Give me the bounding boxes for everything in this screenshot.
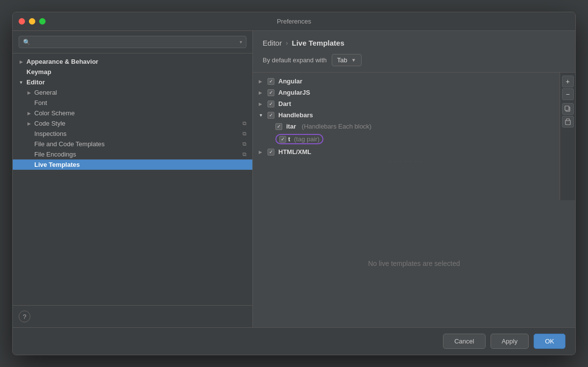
copy-icon: ⧉	[243, 151, 246, 157]
main-content: 🔍 ▾ ▶ Appearance & Behavior Keymap ▼	[13, 31, 575, 327]
search-input[interactable]	[33, 38, 237, 46]
checkbox-itar[interactable]	[275, 123, 282, 130]
sidebar-bottom: ?	[13, 305, 252, 327]
copy-icon: ⧉	[243, 120, 246, 127]
arrow-icon: ▶	[259, 79, 264, 84]
arrow-icon: ▶	[19, 59, 24, 64]
checkbox-angularjs[interactable]	[268, 89, 274, 96]
search-bar: 🔍 ▾	[13, 31, 252, 53]
right-panel: Editor › Live Templates By default expan…	[253, 31, 575, 327]
checkbox-handlebars[interactable]	[268, 112, 274, 119]
checkbox-angular[interactable]	[268, 78, 274, 85]
arrow-icon: ▶	[259, 102, 264, 106]
cancel-button[interactable]: Cancel	[443, 334, 485, 349]
breadcrumb-parent: Editor	[263, 39, 282, 47]
breadcrumb-current: Live Templates	[292, 39, 344, 47]
panel-header: Editor › Live Templates By default expan…	[253, 31, 575, 73]
sidebar-item-code-style[interactable]: ▶ Code Style ⧉	[13, 118, 252, 129]
window-title: Preferences	[277, 18, 311, 25]
template-list-area: ▶ Angular ▶ AngularJS ▶ Dart	[253, 73, 575, 200]
sidebar-item-general[interactable]: ▶ General	[13, 87, 252, 98]
checkbox-t[interactable]	[279, 136, 286, 143]
close-button[interactable]	[19, 18, 25, 25]
template-label: t	[288, 135, 290, 143]
copy-button[interactable]	[562, 103, 574, 115]
search-icon: 🔍	[23, 39, 30, 46]
sidebar-item-label: Editor	[26, 79, 45, 86]
template-group-angularjs[interactable]: ▶ AngularJS	[253, 87, 560, 98]
arrow-icon: ▶	[26, 121, 31, 126]
sidebar-item-label: Live Templates	[34, 161, 80, 168]
group-label: Handlebars	[278, 111, 313, 119]
minimize-button[interactable]	[29, 18, 35, 25]
arrow-icon: ▶	[26, 90, 31, 95]
preferences-window: Preferences 🔍 ▾ ▶ Appearance & Behavior	[12, 12, 576, 355]
group-label: HTML/XML	[278, 148, 311, 156]
footer: Cancel Apply OK	[13, 327, 575, 355]
divider-dots: · · · · · · ·	[253, 157, 560, 166]
sidebar-item-label: Keymap	[26, 68, 51, 76]
sidebar-item-label: Code Style	[34, 120, 66, 127]
expand-dropdown[interactable]: Tab ▼	[332, 54, 362, 66]
sidebar-item-label: Color Scheme	[34, 109, 74, 117]
svg-rect-3	[566, 119, 569, 121]
copy-icon: ⧉	[243, 131, 246, 137]
t-highlighted-wrap: t (tag pair)	[275, 134, 323, 144]
help-button[interactable]: ?	[19, 311, 30, 322]
help-icon: ?	[23, 313, 26, 320]
copy-icon: ⧉	[243, 141, 246, 147]
arrow-icon: ▶	[26, 111, 31, 116]
paste-button[interactable]	[562, 116, 574, 128]
window-controls	[19, 18, 46, 25]
sidebar-item-label: Font	[34, 99, 47, 106]
arrow-icon: ▶	[259, 90, 264, 95]
sidebar-item-appearance[interactable]: ▶ Appearance & Behavior	[13, 56, 252, 67]
sidebar-item-color-scheme[interactable]: ▶ Color Scheme	[13, 108, 252, 118]
group-label: AngularJS	[278, 89, 310, 96]
title-bar: Preferences	[13, 12, 575, 31]
expand-setting: By default expand with Tab ▼	[263, 54, 565, 66]
template-list: ▶ Angular ▶ AngularJS ▶ Dart	[253, 73, 560, 200]
breadcrumb: Editor › Live Templates	[263, 39, 565, 47]
template-group-html-xml[interactable]: ▶ HTML/XML	[253, 146, 560, 157]
checkbox-html-xml[interactable]	[268, 149, 274, 156]
breadcrumb-separator: ›	[286, 39, 288, 47]
sidebar-tree: ▶ Appearance & Behavior Keymap ▼ Editor …	[13, 53, 252, 305]
sidebar-item-label: Inspections	[34, 130, 67, 137]
template-item-t[interactable]: ▶ t (tag pair)	[253, 132, 560, 146]
expand-label: By default expand with	[263, 56, 327, 64]
checkbox-dart[interactable]	[268, 101, 274, 107]
arrow-icon: ▼	[259, 113, 264, 118]
add-button[interactable]: +	[562, 76, 574, 87]
group-label: Dart	[278, 100, 291, 107]
no-selection-message: No live templates are selected	[253, 200, 575, 328]
sidebar-item-file-encodings[interactable]: File Encodings ⧉	[13, 149, 252, 159]
remove-button[interactable]: −	[562, 88, 574, 100]
apply-button[interactable]: Apply	[490, 334, 529, 349]
ok-button[interactable]: OK	[534, 334, 565, 349]
template-group-handlebars[interactable]: ▼ Handlebars	[253, 109, 560, 121]
sidebar-item-label: Appearance & Behavior	[26, 58, 98, 65]
no-selection-text: No live templates are selected	[368, 260, 460, 267]
group-label: Angular	[278, 78, 302, 85]
sidebar: 🔍 ▾ ▶ Appearance & Behavior Keymap ▼	[13, 31, 253, 327]
svg-rect-1	[565, 106, 569, 110]
template-label: itar	[286, 123, 296, 130]
template-group-dart[interactable]: ▶ Dart	[253, 98, 560, 109]
template-group-angular[interactable]: ▶ Angular	[253, 76, 560, 87]
sidebar-item-live-templates[interactable]: Live Templates	[13, 159, 252, 170]
chevron-down-icon: ▼	[351, 57, 356, 63]
sidebar-item-editor[interactable]: ▼ Editor	[13, 77, 252, 87]
sidebar-item-file-code-templates[interactable]: File and Code Templates ⧉	[13, 139, 252, 149]
sidebar-item-keymap[interactable]: Keymap	[13, 67, 252, 77]
sidebar-item-label: File Encodings	[34, 151, 76, 158]
search-wrap[interactable]: 🔍 ▾	[19, 36, 246, 48]
maximize-button[interactable]	[39, 18, 46, 25]
expand-dropdown-value: Tab	[337, 56, 347, 64]
sidebar-item-font[interactable]: Font	[13, 98, 252, 108]
sidebar-item-inspections[interactable]: Inspections ⧉	[13, 129, 252, 139]
sidebar-item-label: File and Code Templates	[34, 140, 105, 148]
template-item-itar[interactable]: ▶ itar (Handlebars Each block)	[253, 121, 560, 132]
search-dropdown-arrow[interactable]: ▾	[240, 39, 242, 45]
template-desc: (tag pair)	[292, 135, 319, 143]
